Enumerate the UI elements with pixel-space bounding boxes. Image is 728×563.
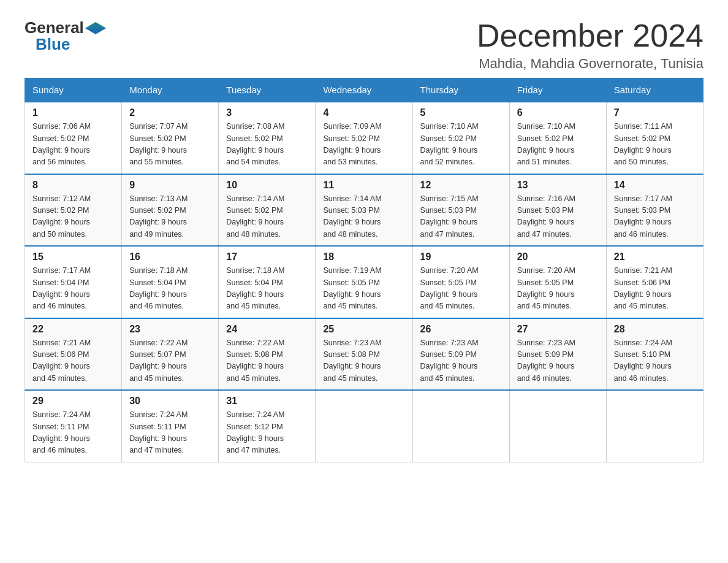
calendar-cell: [509, 390, 606, 462]
day-number: 21: [614, 251, 696, 262]
calendar-cell: 6 Sunrise: 7:10 AM Sunset: 5:02 PM Dayli…: [509, 102, 606, 174]
header-sunday: Sunday: [25, 79, 122, 102]
day-number: 4: [323, 107, 404, 118]
calendar-cell: 12 Sunrise: 7:15 AM Sunset: 5:03 PM Dayl…: [412, 174, 509, 247]
week-row-2: 8 Sunrise: 7:12 AM Sunset: 5:02 PM Dayli…: [25, 174, 703, 247]
svg-marker-1: [85, 22, 106, 28]
day-info: Sunrise: 7:19 AM Sunset: 5:05 PM Dayligh…: [323, 265, 404, 313]
day-number: 12: [420, 180, 502, 191]
calendar-cell: 9 Sunrise: 7:13 AM Sunset: 5:02 PM Dayli…: [122, 174, 219, 247]
day-info: Sunrise: 7:24 AM Sunset: 5:11 PM Dayligh…: [129, 409, 211, 457]
weekday-header-row: Sunday Monday Tuesday Wednesday Thursday…: [25, 79, 703, 102]
calendar-cell: 15 Sunrise: 7:17 AM Sunset: 5:04 PM Dayl…: [25, 246, 122, 318]
day-info: Sunrise: 7:09 AM Sunset: 5:02 PM Dayligh…: [323, 121, 404, 169]
header-saturday: Saturday: [606, 79, 703, 102]
calendar-cell: 16 Sunrise: 7:18 AM Sunset: 5:04 PM Dayl…: [122, 246, 219, 318]
day-info: Sunrise: 7:20 AM Sunset: 5:05 PM Dayligh…: [420, 265, 502, 313]
day-info: Sunrise: 7:21 AM Sunset: 5:06 PM Dayligh…: [32, 337, 114, 385]
day-info: Sunrise: 7:12 AM Sunset: 5:02 PM Dayligh…: [32, 193, 114, 241]
day-info: Sunrise: 7:13 AM Sunset: 5:02 PM Dayligh…: [129, 193, 211, 241]
calendar-cell: 5 Sunrise: 7:10 AM Sunset: 5:02 PM Dayli…: [412, 102, 509, 174]
day-number: 9: [129, 180, 211, 191]
calendar-cell: 24 Sunrise: 7:22 AM Sunset: 5:08 PM Dayl…: [219, 318, 316, 391]
calendar-cell: 11 Sunrise: 7:14 AM Sunset: 5:03 PM Dayl…: [316, 174, 412, 247]
calendar-cell: 20 Sunrise: 7:20 AM Sunset: 5:05 PM Dayl…: [509, 246, 606, 318]
day-info: Sunrise: 7:15 AM Sunset: 5:03 PM Dayligh…: [420, 193, 502, 241]
calendar-cell: 8 Sunrise: 7:12 AM Sunset: 5:02 PM Dayli…: [25, 174, 122, 247]
header-thursday: Thursday: [412, 79, 509, 102]
day-number: 14: [614, 180, 696, 191]
calendar-cell: 10 Sunrise: 7:14 AM Sunset: 5:02 PM Dayl…: [219, 174, 316, 247]
day-number: 28: [614, 324, 696, 335]
day-number: 29: [32, 396, 114, 407]
day-number: 11: [323, 180, 404, 191]
day-info: Sunrise: 7:21 AM Sunset: 5:06 PM Dayligh…: [614, 265, 696, 313]
calendar-table: Sunday Monday Tuesday Wednesday Thursday…: [25, 78, 703, 462]
day-info: Sunrise: 7:14 AM Sunset: 5:03 PM Dayligh…: [323, 193, 404, 241]
header-monday: Monday: [122, 79, 219, 102]
day-info: Sunrise: 7:10 AM Sunset: 5:02 PM Dayligh…: [420, 121, 502, 169]
day-number: 2: [129, 107, 211, 118]
day-info: Sunrise: 7:24 AM Sunset: 5:10 PM Dayligh…: [614, 337, 696, 385]
calendar-cell: 13 Sunrise: 7:16 AM Sunset: 5:03 PM Dayl…: [509, 174, 606, 247]
calendar-cell: [606, 390, 703, 462]
header-wednesday: Wednesday: [316, 79, 412, 102]
day-info: Sunrise: 7:06 AM Sunset: 5:02 PM Dayligh…: [32, 121, 114, 169]
day-number: 16: [129, 251, 211, 262]
day-info: Sunrise: 7:14 AM Sunset: 5:02 PM Dayligh…: [226, 193, 308, 241]
day-info: Sunrise: 7:17 AM Sunset: 5:03 PM Dayligh…: [614, 193, 696, 241]
day-info: Sunrise: 7:22 AM Sunset: 5:08 PM Dayligh…: [226, 337, 308, 385]
calendar-cell: [316, 390, 412, 462]
calendar-cell: 7 Sunrise: 7:11 AM Sunset: 5:02 PM Dayli…: [606, 102, 703, 174]
calendar-cell: 18 Sunrise: 7:19 AM Sunset: 5:05 PM Dayl…: [316, 246, 412, 318]
day-number: 20: [517, 251, 599, 262]
day-number: 19: [420, 251, 502, 262]
week-row-4: 22 Sunrise: 7:21 AM Sunset: 5:06 PM Dayl…: [25, 318, 703, 391]
calendar-cell: 31 Sunrise: 7:24 AM Sunset: 5:12 PM Dayl…: [219, 390, 316, 462]
day-number: 15: [32, 251, 114, 262]
day-number: 27: [517, 324, 599, 335]
calendar-cell: 30 Sunrise: 7:24 AM Sunset: 5:11 PM Dayl…: [122, 390, 219, 462]
day-info: Sunrise: 7:20 AM Sunset: 5:05 PM Dayligh…: [517, 265, 599, 313]
calendar-cell: [412, 390, 509, 462]
calendar-cell: 25 Sunrise: 7:23 AM Sunset: 5:08 PM Dayl…: [316, 318, 412, 391]
day-number: 31: [226, 396, 308, 407]
day-info: Sunrise: 7:24 AM Sunset: 5:11 PM Dayligh…: [32, 409, 114, 457]
day-number: 3: [226, 107, 308, 118]
calendar-cell: 26 Sunrise: 7:23 AM Sunset: 5:09 PM Dayl…: [412, 318, 509, 391]
calendar-cell: 27 Sunrise: 7:23 AM Sunset: 5:09 PM Dayl…: [509, 318, 606, 391]
calendar-cell: 21 Sunrise: 7:21 AM Sunset: 5:06 PM Dayl…: [606, 246, 703, 318]
logo: General Blue: [25, 18, 107, 54]
week-row-1: 1 Sunrise: 7:06 AM Sunset: 5:02 PM Dayli…: [25, 102, 703, 174]
day-info: Sunrise: 7:07 AM Sunset: 5:02 PM Dayligh…: [129, 121, 211, 169]
day-number: 22: [32, 324, 114, 335]
day-number: 7: [614, 107, 696, 118]
day-number: 23: [129, 324, 211, 335]
header-tuesday: Tuesday: [219, 79, 316, 102]
day-number: 10: [226, 180, 308, 191]
day-number: 5: [420, 107, 502, 118]
calendar-cell: 14 Sunrise: 7:17 AM Sunset: 5:03 PM Dayl…: [606, 174, 703, 247]
day-info: Sunrise: 7:11 AM Sunset: 5:02 PM Dayligh…: [614, 121, 696, 169]
logo-flag-icon: [85, 21, 106, 36]
page-header: General Blue December 2024 Mahdia, Mahdi…: [25, 18, 703, 72]
day-number: 18: [323, 251, 404, 262]
calendar-cell: 17 Sunrise: 7:18 AM Sunset: 5:04 PM Dayl…: [219, 246, 316, 318]
week-row-5: 29 Sunrise: 7:24 AM Sunset: 5:11 PM Dayl…: [25, 390, 703, 462]
calendar-cell: 28 Sunrise: 7:24 AM Sunset: 5:10 PM Dayl…: [606, 318, 703, 391]
day-info: Sunrise: 7:23 AM Sunset: 5:09 PM Dayligh…: [420, 337, 502, 385]
calendar-cell: 1 Sunrise: 7:06 AM Sunset: 5:02 PM Dayli…: [25, 102, 122, 174]
day-number: 8: [32, 180, 114, 191]
day-info: Sunrise: 7:10 AM Sunset: 5:02 PM Dayligh…: [517, 121, 599, 169]
day-info: Sunrise: 7:16 AM Sunset: 5:03 PM Dayligh…: [517, 193, 599, 241]
header-friday: Friday: [509, 79, 606, 102]
day-number: 17: [226, 251, 308, 262]
day-info: Sunrise: 7:17 AM Sunset: 5:04 PM Dayligh…: [32, 265, 114, 313]
day-info: Sunrise: 7:22 AM Sunset: 5:07 PM Dayligh…: [129, 337, 211, 385]
day-info: Sunrise: 7:24 AM Sunset: 5:12 PM Dayligh…: [226, 409, 308, 457]
day-number: 6: [517, 107, 599, 118]
day-info: Sunrise: 7:23 AM Sunset: 5:09 PM Dayligh…: [517, 337, 599, 385]
calendar-cell: 29 Sunrise: 7:24 AM Sunset: 5:11 PM Dayl…: [25, 390, 122, 462]
calendar-cell: 23 Sunrise: 7:22 AM Sunset: 5:07 PM Dayl…: [122, 318, 219, 391]
location-subtitle: Mahdia, Mahdia Governorate, Tunisia: [477, 56, 703, 72]
